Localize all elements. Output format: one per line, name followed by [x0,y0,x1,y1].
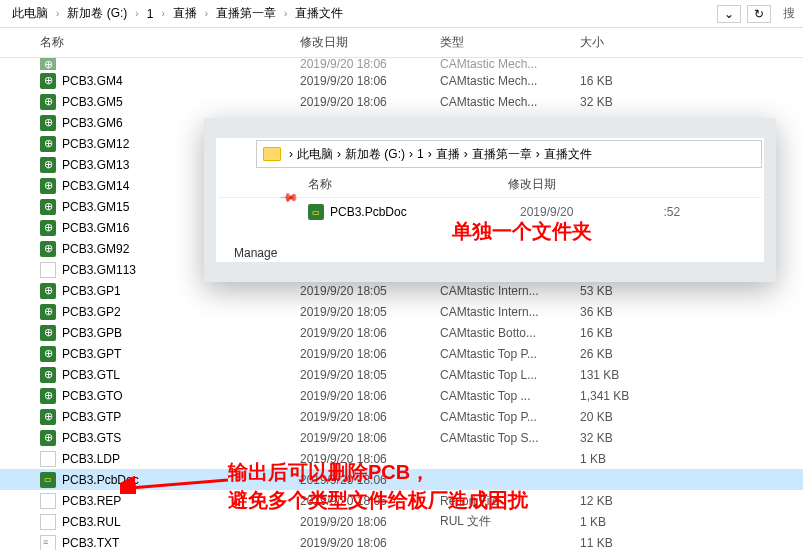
file-name: PCB3.GTP [62,410,300,424]
file-type: CAMtastic Botto... [440,326,580,340]
refresh-button[interactable]: ↻ [747,5,771,23]
file-name: PCB3.RUL [62,515,300,529]
file-size: 32 KB [580,431,660,445]
crumb-live[interactable]: 直播 [169,3,201,24]
cam-icon [40,73,56,89]
crumb-1[interactable]: 1 [143,5,158,23]
file-name: PCB3.GTS [62,431,300,445]
file-name: PCB3.TXT [62,536,300,550]
col-size[interactable]: 大小 [580,34,660,51]
file-type: CAMtastic Intern... [440,305,580,319]
file-name: PCB3.GP2 [62,305,300,319]
file-size: 32 KB [580,95,660,109]
popup-crumb[interactable]: 直播文件 [544,146,592,163]
file-type: CAMtastic Mech... [440,95,580,109]
file-date: 2019/9/20 18:06 [300,95,440,109]
col-date[interactable]: 修改日期 [300,34,440,51]
file-type: CAMtastic Top L... [440,368,580,382]
file-size: 16 KB [580,326,660,340]
cam-icon [40,346,56,362]
popup-manage-label: Manage [234,246,277,260]
file-type: RUL 文件 [440,513,580,530]
file-name: PCB3.GPT [62,347,300,361]
pcb-icon [40,472,56,488]
table-row[interactable]: 2019/9/20 18:06 CAMtastic Mech... [0,58,803,70]
crumb-ch1[interactable]: 直播第一章 [212,3,280,24]
svg-line-1 [130,480,228,488]
file-type: CAMtastic Top P... [440,410,580,424]
blank-icon [40,493,56,509]
blank-icon [40,451,56,467]
file-type: CAMtastic Top P... [440,347,580,361]
file-size: 1 KB [580,515,660,529]
popup-crumb[interactable]: 1 [417,147,424,161]
cam-icon [40,283,56,299]
chevron-right-icon: › [289,147,293,161]
file-size: 53 KB [580,284,660,298]
chevron-right-icon: › [161,8,164,19]
table-row[interactable]: PCB3.GM52019/9/20 18:06CAMtastic Mech...… [0,91,803,112]
column-headers: 名称 修改日期 类型 大小 [0,28,803,58]
file-name: PCB3.GP1 [62,284,300,298]
chevron-right-icon: › [205,8,208,19]
table-row[interactable]: PCB3.GTO2019/9/20 18:06CAMtastic Top ...… [0,385,803,406]
table-row[interactable]: PCB3.GPB2019/9/20 18:06CAMtastic Botto..… [0,322,803,343]
table-row[interactable]: PCB3.RUL2019/9/20 18:06RUL 文件1 KB [0,511,803,532]
crumb-files[interactable]: 直播文件 [291,3,347,24]
table-row[interactable]: PCB3.GTL2019/9/20 18:05CAMtastic Top L..… [0,364,803,385]
popup-crumb[interactable]: 直播 [436,146,460,163]
table-row[interactable]: PCB3.GP12019/9/20 18:05CAMtastic Intern.… [0,280,803,301]
file-date: 2019/9/20 18:05 [300,368,440,382]
file-date: 2019/9/20 18:05 [300,305,440,319]
file-type: CAMtastic Top ... [440,389,580,403]
blank-icon [40,262,56,278]
table-row[interactable]: PCB3.GTS2019/9/20 18:06CAMtastic Top S..… [0,427,803,448]
table-row[interactable]: PCB3.GTP2019/9/20 18:06CAMtastic Top P..… [0,406,803,427]
popup-file-name: PCB3.PcbDoc [330,205,520,219]
cam-icon [40,157,56,173]
file-name: PCB3.GPB [62,326,300,340]
col-name[interactable]: 名称 [40,34,300,51]
txt-icon [40,535,56,551]
file-name: PCB3.GTO [62,389,300,403]
table-row[interactable]: PCB3.GM42019/9/20 18:06CAMtastic Mech...… [0,70,803,91]
folder-icon [263,147,281,161]
breadcrumb[interactable]: 此电脑 › 新加卷 (G:) › 1 › 直播 › 直播第一章 › 直播文件 ⌄… [0,0,803,28]
blank-icon [40,514,56,530]
table-row[interactable]: PCB3.GP22019/9/20 18:05CAMtastic Intern.… [0,301,803,322]
cam-icon [40,409,56,425]
crumb-drive[interactable]: 新加卷 (G:) [63,3,131,24]
file-size: 36 KB [580,305,660,319]
popup-col-date[interactable]: 修改日期 [508,176,556,193]
cam-icon [40,367,56,383]
table-row[interactable]: PCB3.TXT2019/9/20 18:0611 KB [0,532,803,550]
file-date: 2019/9/20 18:06 [300,431,440,445]
popup-file-date: 2019/9/20 [520,205,573,219]
cam-icon [40,94,56,110]
file-name: PCB3.GM4 [62,74,300,88]
popup-crumb[interactable]: 直播第一章 [472,146,532,163]
file-type: CAMtastic Top S... [440,431,580,445]
cam-icon [40,178,56,194]
file-size: 16 KB [580,74,660,88]
arrow-icon [120,454,230,494]
history-dropdown[interactable]: ⌄ [717,5,741,23]
cam-icon [40,325,56,341]
cam-icon [40,115,56,131]
popup-crumb[interactable]: 此电脑 [297,146,333,163]
file-date: 2019/9/20 18:06 [300,74,440,88]
cam-icon [40,430,56,446]
cam-icon [40,304,56,320]
file-size: 11 KB [580,536,660,550]
col-type[interactable]: 类型 [440,34,580,51]
chevron-right-icon: › [56,8,59,19]
popup-breadcrumb[interactable]: › 此电脑 › 新加卷 (G:) › 1 › 直播 › 直播第一章 › 直播文件 [256,140,762,168]
popup-col-name[interactable]: 名称 [308,176,508,193]
table-row[interactable]: PCB3.GPT2019/9/20 18:06CAMtastic Top P..… [0,343,803,364]
file-size: 1,341 KB [580,389,660,403]
popup-crumb[interactable]: 新加卷 (G:) [345,146,405,163]
search-hint[interactable]: 搜 [783,5,795,22]
crumb-pc[interactable]: 此电脑 [8,3,52,24]
cam-icon [40,241,56,257]
cam-icon [40,58,56,70]
